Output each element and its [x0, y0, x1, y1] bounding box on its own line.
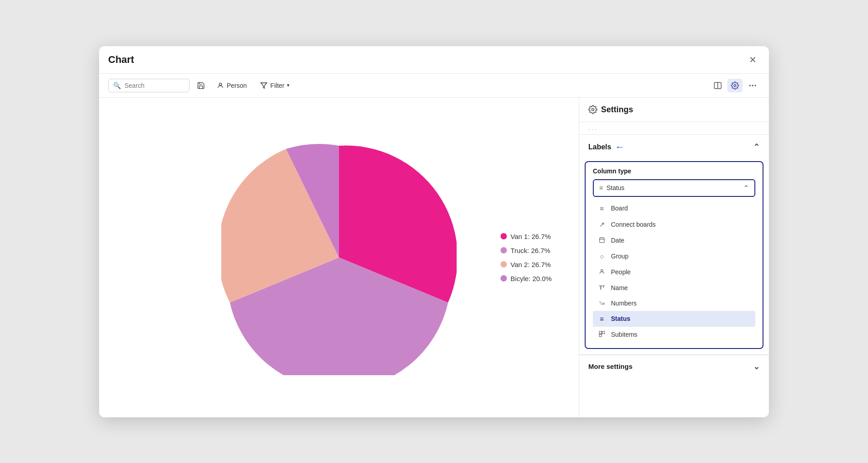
- dropdown-item-name[interactable]: Tᵀ Name: [593, 280, 755, 296]
- svg-rect-16: [599, 334, 601, 336]
- svg-point-5: [749, 85, 751, 86]
- settings-scrolled-indicator: · · ·: [579, 122, 769, 135]
- dropdown-item-board[interactable]: ≡ Board: [593, 200, 755, 216]
- column-type-label: Column type: [593, 167, 755, 175]
- legend-dot-van2: [501, 261, 507, 267]
- settings-gear-button[interactable]: [727, 79, 743, 92]
- content-area: Van 1: 26.7% Truck: 26.7% Van 2: 26.7% B…: [99, 98, 769, 417]
- dropdown-chevron-up-icon: ⌃: [743, 184, 749, 192]
- status-icon-select: ≡: [599, 184, 603, 191]
- dropdown-item-group[interactable]: ○ Group: [593, 248, 755, 264]
- legend-label-truck: Truck: 26.7%: [510, 247, 550, 254]
- name-icon: Tᵀ: [597, 285, 606, 291]
- save-button[interactable]: [194, 79, 208, 92]
- dropdown-label-status: Status: [611, 315, 630, 322]
- filter-chevron-icon: ▾: [287, 82, 290, 88]
- connect-boards-icon: ↗: [597, 220, 606, 229]
- legend-item-bicycle: Bicyle: 20.0%: [501, 275, 552, 282]
- more-settings-label: More settings: [588, 363, 633, 370]
- chart-modal: Chart ✕ 🔍 Person Filter ▾: [99, 46, 769, 417]
- svg-point-4: [734, 84, 736, 86]
- modal-title: Chart: [108, 54, 134, 66]
- legend-label-van2: Van 2: 26.7%: [510, 261, 551, 268]
- svg-point-0: [219, 83, 221, 85]
- chart-legend: Van 1: 26.7% Truck: 26.7% Van 2: 26.7% B…: [501, 233, 552, 282]
- legend-item-van1: Van 1: 26.7%: [501, 233, 552, 240]
- dropdown-item-numbers[interactable]: ¹₂₃ Numbers: [593, 296, 755, 311]
- filter-button[interactable]: Filter ▾: [256, 79, 294, 92]
- dropdown-label-board: Board: [611, 205, 628, 212]
- svg-marker-1: [261, 83, 267, 88]
- labels-collapse-icon: ⌃: [753, 142, 760, 152]
- dropdown-item-date[interactable]: Date: [593, 233, 755, 248]
- svg-point-13: [601, 269, 603, 272]
- svg-rect-9: [600, 238, 605, 243]
- column-type-select[interactable]: ≡ Status ⌃: [593, 179, 755, 197]
- legend-item-truck: Truck: 26.7%: [501, 247, 552, 254]
- column-type-section: Column type ≡ Status ⌃ ≡ Board: [585, 161, 763, 349]
- dropdown-label-numbers: Numbers: [611, 300, 637, 307]
- column-type-selected-value: ≡ Status: [599, 184, 625, 191]
- toolbar-right: [711, 78, 760, 93]
- labels-section: Labels ← ⌃ Column type ≡ Status ⌃: [579, 135, 769, 355]
- subitems-icon: [597, 331, 606, 339]
- dropdown-list: ≡ Board ↗ Connect boards Date: [593, 200, 755, 343]
- settings-header-icon: [588, 105, 597, 114]
- svg-point-6: [752, 85, 753, 86]
- legend-label-bicycle: Bicyle: 20.0%: [510, 275, 552, 282]
- more-settings[interactable]: More settings ⌄: [579, 355, 769, 378]
- legend-dot-truck: [501, 247, 507, 253]
- legend-dot-van1: [501, 233, 507, 239]
- modal-header: Chart ✕: [99, 46, 769, 74]
- more-settings-chevron-icon: ⌄: [753, 362, 760, 372]
- dropdown-label-connect-boards: Connect boards: [611, 221, 656, 228]
- blue-arrow-annotation: ←: [615, 141, 625, 153]
- more-options-button[interactable]: [745, 78, 760, 93]
- svg-point-7: [754, 85, 756, 86]
- close-button[interactable]: ✕: [745, 53, 760, 67]
- legend-dot-bicycle: [501, 275, 507, 282]
- svg-rect-14: [599, 331, 601, 334]
- person-label: Person: [227, 82, 247, 89]
- settings-header: Settings: [579, 98, 769, 122]
- svg-rect-15: [602, 331, 605, 334]
- people-icon: [597, 268, 606, 276]
- labels-title: Labels: [588, 143, 611, 151]
- search-icon: 🔍: [113, 82, 121, 89]
- numbers-icon: ¹₂₃: [597, 300, 606, 306]
- pie-chart: [221, 140, 457, 375]
- dropdown-item-connect-boards[interactable]: ↗ Connect boards: [593, 216, 755, 233]
- column-type-selected-label: Status: [606, 184, 625, 191]
- split-view-button[interactable]: [711, 79, 725, 92]
- search-input[interactable]: [124, 82, 185, 89]
- legend-item-van2: Van 2: 26.7%: [501, 261, 552, 268]
- dropdown-item-people[interactable]: People: [593, 264, 755, 280]
- dropdown-item-status[interactable]: ≡ Status: [593, 311, 755, 327]
- dropdown-label-subitems: Subitems: [611, 331, 637, 338]
- dropdown-label-people: People: [611, 268, 631, 276]
- board-icon: ≡: [597, 205, 606, 212]
- toolbar: 🔍 Person Filter ▾: [99, 74, 769, 98]
- chart-area: Van 1: 26.7% Truck: 26.7% Van 2: 26.7% B…: [99, 98, 579, 417]
- labels-header[interactable]: Labels ← ⌃: [579, 135, 769, 159]
- search-box[interactable]: 🔍: [108, 79, 190, 92]
- date-icon: [597, 237, 606, 244]
- dropdown-label-group: Group: [611, 253, 629, 260]
- filter-label: Filter: [270, 82, 284, 89]
- dropdown-label-date: Date: [611, 237, 625, 244]
- dropdown-item-subitems[interactable]: Subitems: [593, 327, 755, 343]
- svg-point-8: [592, 109, 594, 111]
- settings-title: Settings: [601, 105, 633, 115]
- person-button[interactable]: Person: [212, 79, 251, 92]
- settings-panel: Settings · · · Labels ← ⌃ Column type: [579, 98, 769, 417]
- dropdown-label-name: Name: [611, 284, 628, 291]
- status-icon: ≡: [597, 315, 606, 323]
- legend-label-van1: Van 1: 26.7%: [510, 233, 551, 240]
- group-icon: ○: [597, 253, 606, 260]
- labels-label-group: Labels ←: [588, 141, 625, 153]
